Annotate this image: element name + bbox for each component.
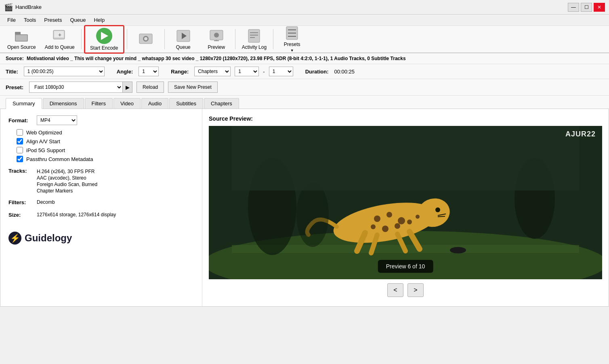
tab-dimensions[interactable]: Dimensions (43, 98, 84, 109)
passthru-label: Passthru Common Metadata (26, 156, 93, 162)
play-triangle (101, 32, 108, 40)
svg-point-14 (214, 33, 219, 38)
tab-chapters[interactable]: Chapters (204, 98, 239, 109)
reload-button[interactable]: Reload (136, 82, 164, 93)
preview-prev-button[interactable]: < (387, 283, 403, 297)
angle-select[interactable]: 1 (139, 67, 159, 76)
tab-subtitles[interactable]: Subtitles (169, 98, 203, 109)
source-bar: Source: Motivational video _ This will c… (0, 53, 609, 64)
tab-summary[interactable]: Summary (6, 98, 42, 109)
track-line-2: AAC (avcodec), Stereo (37, 175, 97, 181)
toolbar: Open Source + Add to Queue Start Encode … (0, 26, 609, 53)
start-encode-button[interactable]: Start Encode (84, 25, 124, 54)
preview-label: Source Preview: (209, 115, 602, 122)
tabs-bar: Summary Dimensions Filters Video Audio S… (0, 96, 609, 109)
open-source-button[interactable]: Open Source (3, 27, 40, 52)
svg-point-29 (374, 215, 380, 222)
range-dash: - (263, 69, 265, 75)
queue-button[interactable]: Queue (167, 27, 200, 52)
size-value: 1276x614 storage, 1276x614 display (37, 212, 116, 220)
svg-point-41 (435, 207, 440, 212)
source-label: Source: (6, 56, 24, 61)
preset-label: Preset: (6, 84, 23, 90)
format-select[interactable]: MP4 MKV WebM (37, 115, 77, 125)
activity-log-button[interactable]: Activity Log (238, 27, 271, 52)
filters-value: Decomb (37, 199, 55, 207)
tracks-section: Tracks: H.264 (x264), 30 FPS PFR AAC (av… (8, 168, 194, 195)
svg-point-35 (407, 220, 412, 224)
minimize-button[interactable]: — (568, 3, 579, 12)
menu-presets[interactable]: Presets (40, 16, 66, 24)
chapter-from-select[interactable]: 1 (235, 67, 259, 76)
logo-symbol: ⚡ (10, 233, 20, 243)
screenshot-button[interactable] (130, 30, 162, 49)
svg-point-31 (398, 217, 405, 224)
passthru-checkbox[interactable] (17, 156, 23, 162)
preset-select[interactable]: Fast 1080p30 (29, 82, 122, 92)
menu-tools[interactable]: Tools (20, 16, 40, 24)
title-bar: 🎬 HandBrake — ☐ ✕ (0, 0, 609, 15)
presets-button[interactable]: Presets ▼ (276, 24, 308, 54)
menu-file[interactable]: File (3, 16, 20, 24)
svg-point-34 (395, 223, 400, 229)
title-row: Title: 1 (00:00:25) Angle: 1 Range: Chap… (0, 64, 609, 79)
svg-point-32 (371, 224, 376, 229)
tab-audio[interactable]: Audio (141, 98, 168, 109)
app-name: HandBrake (15, 4, 42, 10)
tracks-label: Tracks: (8, 168, 37, 193)
logo-icon: ⚡ (8, 232, 21, 245)
svg-point-8 (144, 37, 147, 40)
right-panel: Source Preview: AJUR22 (202, 109, 609, 306)
ipod-support-checkbox[interactable] (17, 147, 23, 153)
maximize-button[interactable]: ☐ (581, 3, 592, 12)
toolbar-separator-1 (81, 29, 82, 49)
add-to-queue-button[interactable]: + Add to Queue (41, 27, 79, 52)
track-line-1: H.264 (x264), 30 FPS PFR (37, 169, 97, 174)
preset-expand-button[interactable]: ▶ (122, 82, 132, 92)
menu-help[interactable]: Help (90, 16, 109, 24)
duration-label: Duration: (305, 69, 329, 75)
svg-text:+: + (58, 31, 61, 38)
presets-icon (285, 26, 299, 40)
save-new-preset-button[interactable]: Save New Preset (168, 82, 218, 93)
track-line-4: Chapter Markers (37, 188, 97, 194)
preset-row: Preset: Fast 1080p30 ▶ Reload Save New P… (0, 79, 609, 96)
screenshot-icon (139, 31, 153, 46)
tab-video[interactable]: Video (113, 98, 141, 109)
activity-log-icon (247, 29, 261, 43)
tab-filters[interactable]: Filters (85, 98, 113, 109)
track-line-3: Foreign Audio Scan, Burned (37, 182, 97, 187)
size-section: Size: 1276x614 storage, 1276x614 display (8, 212, 194, 220)
checkbox-passthru: Passthru Common Metadata (17, 156, 194, 162)
app-icon: 🎬 (4, 3, 13, 12)
ipod-support-label: iPod 5G Support (26, 147, 65, 153)
toolbar-separator-2 (127, 29, 127, 49)
logo-area: ⚡ Guidelogy (8, 232, 194, 245)
range-label: Range: (171, 69, 189, 75)
window-controls[interactable]: — ☐ ✕ (568, 3, 605, 12)
toolbar-separator-5 (273, 29, 273, 49)
web-optimized-checkbox[interactable] (17, 129, 23, 136)
preview-icon (209, 29, 224, 43)
preview-next-button[interactable]: > (407, 283, 424, 297)
format-label: Format: (8, 117, 37, 123)
chapter-to-select[interactable]: 1 (269, 67, 293, 76)
open-source-icon (14, 29, 29, 43)
close-button[interactable]: ✕ (594, 3, 605, 12)
activity-log-label: Activity Log (242, 44, 267, 50)
align-av-checkbox[interactable] (17, 138, 23, 144)
svg-point-36 (416, 215, 420, 219)
menu-queue[interactable]: Queue (66, 16, 90, 24)
preview-button[interactable]: Preview (200, 27, 233, 52)
preview-nav: < > (209, 279, 602, 299)
range-select[interactable]: Chapters Seconds Frames (194, 67, 231, 76)
source-meta: 1280x720 (1280x720), 23.98 FPS, SDR (8-b… (200, 56, 406, 61)
toolbar-separator-4 (235, 29, 235, 49)
svg-rect-15 (248, 29, 260, 42)
checkbox-align-av: Align A/V Start (17, 138, 194, 144)
queue-label: Queue (176, 44, 191, 50)
title-select[interactable]: 1 (00:00:25) (24, 67, 105, 76)
open-source-label: Open Source (7, 44, 36, 50)
preview-image-container: AJUR22 (209, 126, 602, 279)
preview-label: Preview (208, 44, 225, 50)
